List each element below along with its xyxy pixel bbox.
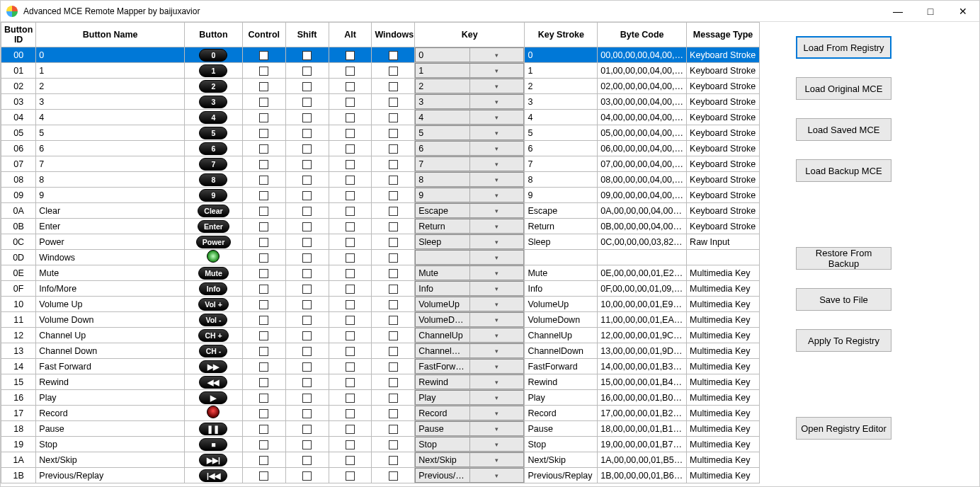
checkbox[interactable] bbox=[302, 378, 312, 387]
cell-key[interactable]: 2▾ bbox=[415, 79, 525, 94]
cell-modifier[interactable] bbox=[329, 156, 372, 172]
checkbox[interactable] bbox=[259, 300, 268, 309]
cell-modifier[interactable] bbox=[329, 281, 372, 297]
checkbox[interactable] bbox=[346, 285, 355, 294]
cell-modifier[interactable] bbox=[329, 47, 372, 63]
cell-key[interactable]: Pause▾ bbox=[415, 421, 525, 437]
checkbox[interactable] bbox=[302, 160, 312, 169]
cell-modifier[interactable] bbox=[329, 79, 372, 94]
checkbox[interactable] bbox=[389, 113, 398, 122]
checkbox[interactable] bbox=[259, 98, 268, 107]
cell-modifier[interactable] bbox=[329, 125, 372, 141]
checkbox[interactable] bbox=[302, 253, 312, 263]
col-header-windows[interactable]: Windows bbox=[372, 23, 415, 47]
cell-modifier[interactable] bbox=[372, 63, 415, 79]
cell-modifier[interactable] bbox=[372, 406, 415, 421]
checkbox[interactable] bbox=[259, 67, 268, 76]
table-row[interactable]: 16Play▶Play▾Play16,00,00,00,01,B0,00Mult… bbox=[1, 390, 760, 406]
key-combobox[interactable]: 5▾ bbox=[415, 125, 524, 140]
cell-modifier[interactable] bbox=[285, 390, 329, 406]
load-saved-mce-button[interactable]: Load Saved MCE bbox=[796, 118, 891, 141]
checkbox[interactable] bbox=[259, 238, 268, 247]
cell-key[interactable]: FastForward▾ bbox=[415, 359, 525, 374]
cell-modifier[interactable] bbox=[372, 203, 415, 219]
cell-modifier[interactable] bbox=[329, 110, 372, 125]
col-header-bytecode[interactable]: Byte Code bbox=[598, 23, 687, 47]
cell-modifier[interactable] bbox=[242, 452, 285, 468]
checkbox[interactable] bbox=[389, 471, 398, 481]
cell-key[interactable]: 1▾ bbox=[415, 63, 525, 79]
table-row[interactable]: 11Volume DownVol -VolumeDown▾VolumeDown1… bbox=[1, 312, 760, 328]
cell-modifier[interactable] bbox=[372, 141, 415, 156]
checkbox[interactable] bbox=[302, 347, 312, 356]
checkbox[interactable] bbox=[389, 285, 398, 294]
checkbox[interactable] bbox=[346, 98, 355, 107]
cell-key[interactable]: Info▾ bbox=[415, 281, 525, 297]
checkbox[interactable] bbox=[302, 425, 312, 434]
checkbox[interactable] bbox=[389, 347, 398, 356]
cell-key[interactable]: Sleep▾ bbox=[415, 234, 525, 250]
checkbox[interactable] bbox=[302, 82, 312, 91]
checkbox[interactable] bbox=[389, 238, 398, 247]
key-combobox[interactable]: VolumeDown▾ bbox=[415, 312, 524, 327]
cell-modifier[interactable] bbox=[329, 406, 372, 421]
checkbox[interactable] bbox=[302, 191, 312, 200]
key-combobox[interactable]: 2▾ bbox=[415, 79, 524, 93]
cell-key[interactable]: Record▾ bbox=[415, 406, 525, 421]
cell-key[interactable]: 4▾ bbox=[415, 110, 525, 125]
key-combobox[interactable]: 6▾ bbox=[415, 141, 524, 156]
checkbox[interactable] bbox=[259, 253, 268, 263]
cell-modifier[interactable] bbox=[285, 47, 329, 63]
key-combobox[interactable]: Return▾ bbox=[415, 219, 524, 234]
col-header-keystroke[interactable]: Key Stroke bbox=[525, 23, 598, 47]
checkbox[interactable] bbox=[302, 440, 312, 449]
cell-modifier[interactable] bbox=[329, 297, 372, 312]
cell-key[interactable]: ▾ bbox=[415, 250, 525, 265]
key-combobox[interactable]: Play▾ bbox=[415, 390, 524, 405]
checkbox[interactable] bbox=[346, 113, 355, 122]
checkbox[interactable] bbox=[302, 144, 312, 154]
cell-modifier[interactable] bbox=[285, 141, 329, 156]
checkbox[interactable] bbox=[302, 471, 312, 481]
cell-modifier[interactable] bbox=[242, 406, 285, 421]
key-combobox[interactable]: Mute▾ bbox=[415, 265, 524, 280]
checkbox[interactable] bbox=[346, 51, 355, 60]
cell-key[interactable]: Mute▾ bbox=[415, 265, 525, 281]
table-row[interactable]: 14Fast Forward▶▶FastForward▾FastForward1… bbox=[1, 359, 760, 374]
table-row[interactable]: 17RecordRecord▾Record17,00,00,00,01,B2,0… bbox=[1, 406, 760, 421]
cell-modifier[interactable] bbox=[242, 265, 285, 281]
col-header-key[interactable]: Key bbox=[415, 23, 525, 47]
checkbox[interactable] bbox=[389, 191, 398, 200]
cell-modifier[interactable] bbox=[242, 94, 285, 110]
cell-modifier[interactable] bbox=[372, 437, 415, 452]
cell-key[interactable]: Next/Skip▾ bbox=[415, 452, 525, 468]
cell-key[interactable]: Escape▾ bbox=[415, 203, 525, 219]
checkbox[interactable] bbox=[346, 191, 355, 200]
load-from-registry-button[interactable]: Load From Registry bbox=[796, 36, 891, 59]
key-combobox[interactable]: Escape▾ bbox=[415, 203, 524, 218]
checkbox[interactable] bbox=[259, 440, 268, 449]
cell-modifier[interactable] bbox=[372, 172, 415, 188]
cell-modifier[interactable] bbox=[285, 468, 329, 483]
checkbox[interactable] bbox=[259, 425, 268, 434]
cell-key[interactable]: ChannelDown▾ bbox=[415, 343, 525, 359]
checkbox[interactable] bbox=[259, 331, 268, 340]
checkbox[interactable] bbox=[389, 207, 398, 216]
cell-modifier[interactable] bbox=[242, 188, 285, 203]
table-row[interactable]: 00000▾000,00,00,00,04,00,27Keyboard Stro… bbox=[1, 47, 760, 63]
table-row[interactable]: 09999▾909,00,00,00,04,00,26Keyboard Stro… bbox=[1, 188, 760, 203]
cell-modifier[interactable] bbox=[372, 297, 415, 312]
checkbox[interactable] bbox=[346, 67, 355, 76]
table-row[interactable]: 0DWindows▾ bbox=[1, 250, 760, 265]
checkbox[interactable] bbox=[259, 191, 268, 200]
cell-modifier[interactable] bbox=[372, 110, 415, 125]
checkbox[interactable] bbox=[302, 316, 312, 325]
cell-modifier[interactable] bbox=[329, 141, 372, 156]
key-combobox[interactable]: 8▾ bbox=[415, 172, 524, 187]
table-row[interactable]: 0EMuteMuteMute▾Mute0E,00,00,00,01,E2,00M… bbox=[1, 265, 760, 281]
cell-modifier[interactable] bbox=[285, 452, 329, 468]
cell-modifier[interactable] bbox=[329, 312, 372, 328]
cell-modifier[interactable] bbox=[242, 374, 285, 390]
table-row[interactable]: 1ANext/Skip▶▶|Next/Skip▾Next/Skip1A,00,0… bbox=[1, 452, 760, 468]
cell-modifier[interactable] bbox=[242, 343, 285, 359]
